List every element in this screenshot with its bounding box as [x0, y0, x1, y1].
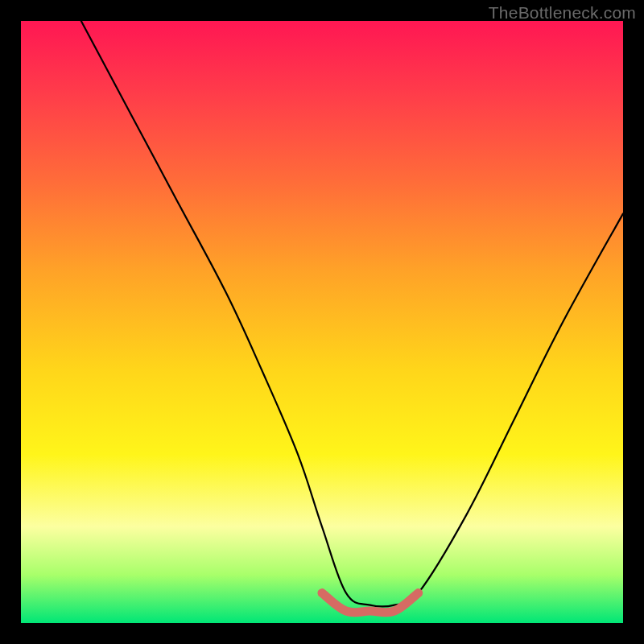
curve-svg — [21, 21, 623, 623]
red-floor-segment — [322, 593, 419, 613]
chart-frame: TheBottleneck.com — [0, 0, 644, 644]
black-curve — [81, 21, 623, 607]
plot-area — [21, 21, 623, 623]
watermark-text: TheBottleneck.com — [489, 3, 636, 23]
